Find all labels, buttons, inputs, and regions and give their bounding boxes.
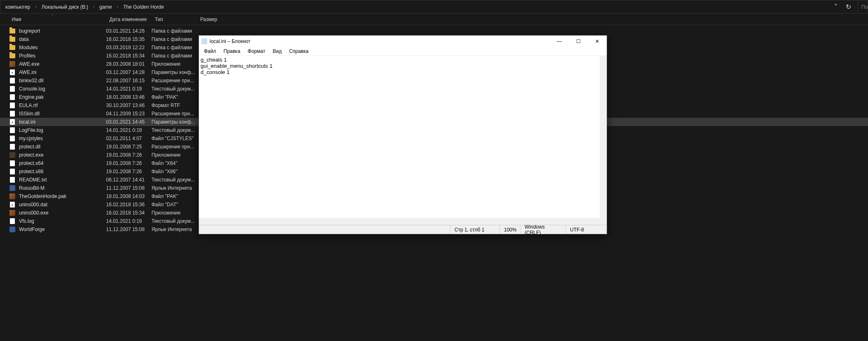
exe-icon <box>8 152 17 158</box>
maximize-button[interactable]: ☐ <box>569 36 588 47</box>
notepad-titlebar[interactable]: local.ini – Блокнот ― ☐ ✕ <box>199 36 607 47</box>
close-button[interactable]: ✕ <box>588 36 607 47</box>
file-type: Формат RTF <box>151 103 197 108</box>
file-name: unins000.exe <box>17 210 106 216</box>
breadcrumb-segment[interactable]: The Golden Horde <box>121 3 166 11</box>
file-type: Папка с файлами <box>151 53 197 59</box>
file-date: 16.02.2018 15:34 <box>106 210 151 216</box>
file-row[interactable]: bugreport03.01.2021 14:26Папка с файлами <box>0 27 868 35</box>
file-date: 19.01.2008 7:26 <box>106 152 151 158</box>
file-type: Текстовый докум... <box>151 127 197 133</box>
file-type: Приложение <box>151 152 197 158</box>
notepad-title: local.ini – Блокнот <box>210 38 550 44</box>
file-type: Папка с файлами <box>151 45 197 50</box>
chevron-right-icon: › <box>115 5 120 9</box>
file-date: 22.08.2007 16:15 <box>106 78 151 83</box>
breadcrumb-segment[interactable]: Локальный диск (B:) <box>40 3 90 11</box>
file-date: 03.03.2018 12:22 <box>106 45 151 50</box>
menu-формат[interactable]: Формат <box>244 48 269 55</box>
file-date: 04.11.2009 15:23 <box>106 111 151 117</box>
file-date: 02.01.2011 4:07 <box>106 136 151 141</box>
file-type: Ярлык Интернета <box>151 185 197 191</box>
minimize-button[interactable]: ― <box>550 36 569 47</box>
file-date: 30.10.2007 13:46 <box>106 103 151 108</box>
status-zoom: 100% <box>499 225 520 234</box>
file-name: LogFile.log <box>17 127 106 133</box>
file-name: protect.x86 <box>17 169 106 174</box>
document-icon <box>201 38 207 44</box>
file-icon <box>8 177 17 183</box>
file-name: binkw32.dll <box>17 78 106 83</box>
file-name: AWE.ini <box>17 69 106 75</box>
file-type: Файл "CJSTYLES" <box>151 136 197 141</box>
file-icon <box>8 169 17 174</box>
file-icon <box>8 218 17 224</box>
file-type: Расширение при... <box>151 111 197 117</box>
dropdown-icon[interactable]: ˅ <box>830 0 842 13</box>
file-name: ISSkin.dll <box>17 111 106 117</box>
file-name: AWE.exe <box>17 61 106 67</box>
breadcrumb-segment[interactable]: game <box>98 3 114 11</box>
file-icon <box>8 103 17 108</box>
file-icon <box>8 94 17 100</box>
file-date: 06.12.2007 14:41 <box>106 177 151 183</box>
file-type: Папка с файлами <box>151 28 197 34</box>
file-name: RussoBit-M <box>17 185 106 191</box>
breadcrumb[interactable]: компьютер›Локальный диск (B:)›game›The G… <box>0 3 830 11</box>
file-name: my.cjstyles <box>17 136 106 141</box>
file-date: 18.01.2008 13:46 <box>106 94 151 100</box>
file-name: EULA.rtf <box>17 103 106 108</box>
file-name: data <box>17 36 106 42</box>
file-date: 03.01.2021 14:45 <box>106 119 151 125</box>
file-type: Файл "PAK" <box>151 94 197 100</box>
file-name: protect.exe <box>17 152 106 158</box>
scrollbar-vertical[interactable] <box>600 56 607 218</box>
menu-справка[interactable]: Справка <box>286 48 312 55</box>
search-input[interactable]: По <box>858 0 868 13</box>
file-type: Параметры конф... <box>151 69 197 75</box>
ini-icon <box>8 69 17 75</box>
file-name: TheGoldenHorde.pak <box>17 193 106 199</box>
file-type: Файл "PAK" <box>151 193 197 199</box>
menu-файл[interactable]: Файл <box>201 48 220 55</box>
file-type: Приложение <box>151 61 197 67</box>
column-size[interactable]: Размер <box>197 17 230 22</box>
file-date: 03.12.2007 14:28 <box>106 69 151 75</box>
menu-правка[interactable]: Правка <box>220 48 244 55</box>
column-date[interactable]: Дата изменения <box>106 17 151 22</box>
file-type: Файл "DAT" <box>151 202 197 207</box>
file-type: Расширение при... <box>151 144 197 150</box>
column-type[interactable]: Тип <box>151 17 197 22</box>
file-name: unins000.dat <box>17 202 106 207</box>
file-icon <box>8 136 17 141</box>
file-icon <box>8 160 17 166</box>
columns-header: Имя Дата изменения Тип Размер <box>0 14 868 25</box>
file-name: README.txt <box>17 177 106 183</box>
file-date: 19.01.2008 7:26 <box>106 169 151 174</box>
file-date: 19.01.2008 7:26 <box>106 160 151 166</box>
refresh-icon[interactable]: ↻ <box>842 0 854 13</box>
file-name: local.ini <box>17 119 106 125</box>
status-encoding: UTF-8 <box>565 225 607 234</box>
menu-вид[interactable]: Вид <box>270 48 285 55</box>
file-type: Расширение при... <box>151 78 197 83</box>
breadcrumb-segment[interactable]: компьютер <box>4 3 32 11</box>
file-name: Vfs.log <box>17 218 106 224</box>
file-name: Engine.pak <box>17 94 106 100</box>
column-name[interactable]: Имя <box>8 17 106 22</box>
address-bar: компьютер›Локальный диск (B:)›game›The G… <box>0 0 868 14</box>
file-date: 28.03.2008 18:01 <box>106 61 151 67</box>
file-name: Profiles <box>17 53 106 59</box>
ini-icon <box>8 119 17 125</box>
file-name: bugreport <box>17 28 106 34</box>
file-date: 19.01.2008 7:25 <box>106 144 151 150</box>
status-position: Стр 1, стлб 1 <box>450 225 499 234</box>
notepad-statusbar: Стр 1, стлб 1 100% Windows (CRLF) UTF-8 <box>199 225 607 234</box>
notepad-textarea[interactable]: g_cheats 1 gui_enable_menu_shortcuts 1 d… <box>199 55 607 218</box>
status-eol: Windows (CRLF) <box>520 225 565 234</box>
file-name: Modules <box>17 45 106 50</box>
ini-icon <box>8 202 17 207</box>
file-icon <box>8 86 17 92</box>
link-icon <box>8 227 17 232</box>
notepad-menubar: ФайлПравкаФорматВидСправка <box>199 47 607 55</box>
